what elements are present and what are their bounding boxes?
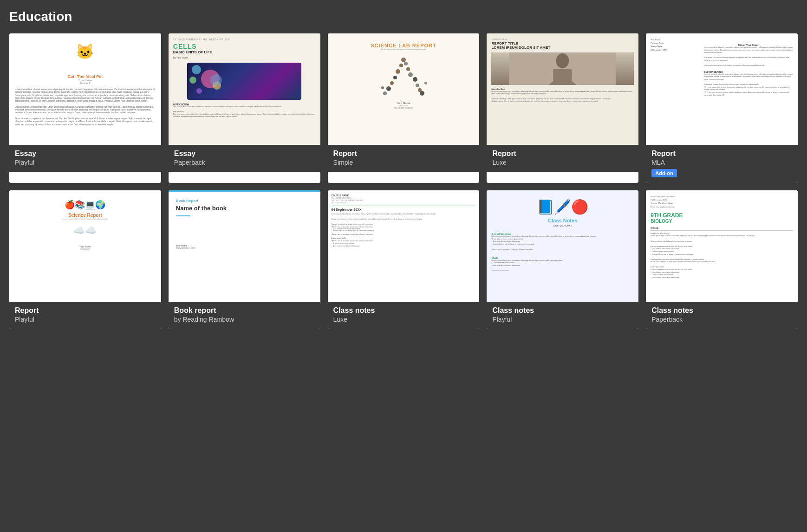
card-preview: 🐱 Cat: The Ideal Pet Your NameGrade 7 Lo…	[9, 33, 161, 145]
divider-line	[332, 206, 476, 206]
math-body: Lorem ipsum dolor sit amet, consectetur …	[491, 260, 634, 272]
card-subtype: Luxe	[492, 159, 633, 166]
addon-badge: Add-on	[651, 169, 677, 177]
card-subtype: by Reading Rainbow	[174, 316, 315, 323]
lorem-sm: Lorem ipsum dolor sit amet, consectetur …	[14, 218, 156, 220]
mla-right: Title of Your Report Lorem ipsum dolor s…	[704, 38, 793, 140]
card-preview: 🍎📚💻🌍 Science Report Lorem ipsum dolor si…	[9, 190, 161, 302]
svg-point-1	[399, 64, 403, 67]
cell-image	[187, 63, 301, 100]
date-text: Date: 09/04/20XX	[491, 224, 634, 227]
card-info: Report Simple	[328, 145, 480, 172]
book-name: Name of the book	[176, 205, 313, 212]
svg-point-12	[383, 91, 387, 95]
svg-point-0	[401, 58, 406, 62]
card-report-playful[interactable]: 🍎📚💻🌍 Science Report Lorem ipsum dolor si…	[9, 190, 161, 329]
svg-rect-18	[553, 69, 572, 85]
grade-title: 9TH GRADE	[651, 212, 793, 219]
notes-label: Notes	[651, 227, 793, 231]
mla-left: Your NameProfessor NameSubject Name04 Se…	[651, 38, 700, 140]
by-name: By Your Name	[173, 56, 316, 59]
card-subtype: Playful	[492, 316, 633, 323]
svg-point-15	[424, 82, 427, 84]
report-sub: Lorem ipsum dolor sit amet, consectetur …	[333, 48, 474, 51]
body-text: Lorem ipsum dolor sit amet, consectetur …	[332, 213, 476, 226]
cells-title: CELLS	[173, 43, 316, 50]
card-preview: COURSE NAME REPORT TITLELOREM IPSUM DOLO…	[487, 33, 638, 145]
essay-title: Cat: The Ideal Pet	[15, 74, 156, 79]
svg-point-17	[556, 53, 569, 68]
card-subtype: Paperback	[651, 316, 792, 323]
svg-point-4	[406, 67, 410, 71]
date-line: 09/04/20XX9TH GRADE SCIENCE	[333, 104, 474, 109]
class-notes-title: Class Notes	[491, 218, 634, 223]
card-subtype: Playful	[15, 159, 156, 166]
card-preview: Book Report Name of the book Your Name 4…	[169, 190, 320, 302]
card-type: Essay	[174, 149, 315, 158]
card-info: Class notes Luxe	[328, 302, 480, 329]
card-report-simple[interactable]: SCIENCE LAB REPORT Lorem ipsum dolor sit…	[328, 33, 480, 183]
page-title: Education	[9, 9, 798, 24]
card-type: Class notes	[651, 306, 792, 315]
card-classnotes-luxe[interactable]: COURSE NAME FALL SEMESTER 20XX INSTRUCTO…	[328, 190, 480, 329]
card-preview: SCIENCE / PERIOD 1 / MS. WENDY WRITER CE…	[169, 33, 320, 145]
svg-point-3	[396, 69, 400, 74]
bullet-list: • At vero eos et accusam et justo duo do…	[332, 226, 476, 235]
card-preview: Brookside School for Science Fall Semest…	[646, 190, 798, 302]
card-subtype: Paperback	[174, 159, 315, 166]
card-info: Essay Playful	[9, 145, 161, 172]
svg-point-14	[381, 86, 384, 89]
card-type: Report	[333, 149, 474, 158]
card-info: Report Playful	[9, 302, 161, 329]
date-text: 09/04/20XX	[14, 248, 156, 250]
report-title: SCIENCE LAB REPORT	[333, 43, 474, 48]
card-type: Class notes	[492, 306, 633, 315]
cells-subtitle: BASIC UNITS OF LIFE	[173, 50, 316, 54]
book-label: Book Report	[176, 199, 313, 203]
card-info: Report Luxe	[487, 145, 638, 172]
cat-icon: 🐱	[15, 43, 156, 60]
social-science-body: Lorem ipsum dolor sit amet, consectetur …	[491, 235, 634, 251]
svg-point-7	[413, 77, 417, 82]
class-icons: 📘🖊️🔴	[491, 199, 634, 215]
divider	[176, 215, 190, 216]
subject-title: BIOLOGY	[651, 219, 793, 224]
card-classnotes-paperback[interactable]: Brookside School for Science Fall Semest…	[646, 190, 798, 329]
card-preview: SCIENCE LAB REPORT Lorem ipsum dolor sit…	[328, 33, 480, 145]
card-info: Book report by Reading Rainbow	[169, 302, 320, 329]
card-essay-playful[interactable]: 🐱 Cat: The Ideal Pet Your NameGrade 7 Lo…	[9, 33, 161, 183]
card-type: Essay	[15, 149, 156, 158]
body-text: Lorem ipsum dolor sit amet, consectetur …	[704, 46, 793, 67]
svg-point-13	[420, 91, 424, 96]
instructor: INSTRUCTOR: DR. WENDY WRITERTA: PROFESSO…	[332, 199, 476, 204]
card-info: Class notes Paperback	[646, 302, 798, 329]
card-bookreport-rainbow[interactable]: Book Report Name of the book Your Name 4…	[169, 190, 320, 329]
card-preview: Your NameProfessor NameSubject Name04 Se…	[646, 33, 798, 145]
svg-point-10	[386, 86, 391, 91]
science-title: Science Report	[14, 213, 156, 218]
essay-subtitle: Your NameGrade 7	[15, 79, 156, 84]
card-type: Class notes	[333, 306, 474, 315]
lorem-ipsum-section: Lorem ipsum dolor • At vero eos et accus…	[332, 237, 476, 247]
card-preview: 📘🖊️🔴 Class Notes Date: 09/04/20XX Social…	[487, 190, 638, 302]
card-info: Report MLA Add-on	[646, 145, 798, 183]
card-report-mla[interactable]: Your NameProfessor NameSubject Name04 Se…	[646, 33, 798, 183]
subject-label: SCIENCE / PERIOD 1 / MS. WENDY WRITER	[173, 38, 316, 41]
card-report-luxe[interactable]: COURSE NAME REPORT TITLELOREM IPSUM DOLO…	[487, 33, 638, 183]
template-grid: 🐱 Cat: The Ideal Pet Your NameGrade 7 Lo…	[9, 33, 798, 329]
report-icons: 🍎📚💻🌍	[14, 200, 156, 210]
dot-chart	[376, 55, 431, 97]
card-type: Book report	[174, 306, 315, 315]
card-subtype: MLA	[651, 159, 792, 166]
svg-point-5	[408, 72, 413, 77]
card-info: Class notes Playful	[487, 302, 638, 329]
card-classnotes-playful[interactable]: 📘🖊️🔴 Class Notes Date: 09/04/20XX Social…	[487, 190, 638, 329]
date-sm: 4th September, 20XX	[176, 247, 313, 249]
card-essay-paperback[interactable]: SCIENCE / PERIOD 1 / MS. WENDY WRITER CE…	[169, 33, 320, 183]
svg-point-8	[390, 81, 394, 85]
card-subtype: Luxe	[333, 316, 474, 323]
essay-body: Lorem ipsum dolor sit amet, consectetur …	[15, 88, 156, 126]
card-type: Report	[15, 306, 156, 315]
card-preview: COURSE NAME FALL SEMESTER 20XX INSTRUCTO…	[328, 190, 480, 302]
section-body: Lorem ipsum dolor sit amet, consectetur …	[704, 73, 793, 97]
